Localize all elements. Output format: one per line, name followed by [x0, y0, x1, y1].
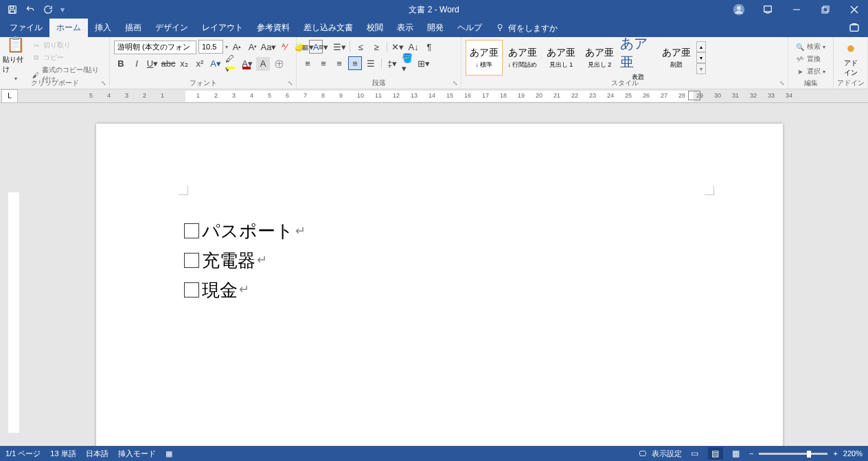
- style-heading1[interactable]: あア亜見出し 1: [542, 40, 580, 76]
- asian-layout-icon[interactable]: ✕▾: [391, 40, 404, 54]
- phonetic-guide-icon[interactable]: ᴬ⁄: [277, 40, 291, 54]
- style-nospacing[interactable]: あア亜↓ 行間詰め: [504, 40, 541, 76]
- checkbox-icon: [184, 282, 199, 297]
- tab-mailings[interactable]: 差し込み文書: [297, 19, 360, 37]
- ruler-corner[interactable]: L: [1, 89, 18, 103]
- svg-rect-1: [10, 6, 14, 9]
- horizontal-ruler[interactable]: L 5,4,3,2,1,,1,2,3,4,5,6,7,8,9,10,11,12,…: [0, 89, 868, 103]
- tab-review[interactable]: 校閲: [360, 19, 390, 37]
- font-name-input[interactable]: [114, 40, 196, 54]
- tab-file[interactable]: ファイル: [3, 19, 49, 37]
- shading-icon[interactable]: 🪣▾: [401, 56, 415, 70]
- tell-me-box[interactable]: 何をしますか: [489, 20, 564, 37]
- text-effects-icon[interactable]: A▾: [209, 57, 222, 71]
- save-icon[interactable]: [7, 4, 18, 15]
- superscript-icon[interactable]: x²: [193, 57, 207, 71]
- numbering-icon[interactable]: ≡▾: [317, 40, 330, 54]
- bullets-icon[interactable]: ≣▾: [301, 40, 315, 54]
- highlight-icon[interactable]: 🖊▾: [225, 57, 238, 71]
- redo-icon[interactable]: [43, 4, 54, 15]
- style-gallery-spinner[interactable]: ▴▾▿: [696, 41, 706, 74]
- document-area[interactable]: パスポート↵ 充電器↵ 現金↵: [0, 103, 868, 446]
- show-marks-icon[interactable]: ¶: [422, 40, 436, 54]
- paste-button[interactable]: 📋 貼り付け ▾: [3, 38, 29, 78]
- status-words[interactable]: 13 単語: [50, 449, 76, 459]
- display-settings-icon[interactable]: 🖵: [639, 449, 646, 458]
- borders-icon[interactable]: ⊞▾: [417, 56, 431, 70]
- tab-developer[interactable]: 開発: [420, 19, 450, 37]
- underline-icon[interactable]: U▾: [146, 57, 159, 71]
- tab-home[interactable]: ホーム: [49, 19, 88, 37]
- document-body[interactable]: パスポート↵ 充電器↵ 現金↵: [184, 216, 306, 305]
- view-web-icon[interactable]: ▦: [729, 447, 744, 460]
- tab-references[interactable]: 参考資料: [250, 19, 297, 37]
- style-heading2[interactable]: あア亜見出し 2: [581, 40, 618, 76]
- view-print-icon[interactable]: ▤: [708, 447, 723, 460]
- maximize-button[interactable]: [812, 0, 839, 19]
- collapse-ribbon-icon[interactable]: ˆ: [861, 451, 864, 460]
- close-button[interactable]: [841, 0, 868, 19]
- zoom-out-icon[interactable]: −: [749, 449, 753, 458]
- font-size-input[interactable]: [198, 40, 223, 54]
- font-color-icon[interactable]: A▾: [240, 57, 254, 71]
- char-shading-icon[interactable]: A: [256, 57, 270, 71]
- increase-indent-icon[interactable]: ≥: [369, 40, 383, 54]
- sort-icon[interactable]: A↓: [407, 40, 420, 54]
- zoom-level[interactable]: 220%: [843, 449, 863, 458]
- tab-insert[interactable]: 挿入: [88, 19, 118, 37]
- svg-rect-12: [850, 25, 858, 31]
- align-center-icon[interactable]: ≡: [317, 56, 330, 70]
- change-case-icon[interactable]: Aa▾: [262, 40, 275, 54]
- ribbon-options-icon[interactable]: [754, 0, 781, 19]
- replace-button[interactable]: ᵃ⁄ᵇ置換: [794, 54, 827, 65]
- distribute-icon[interactable]: ☰: [364, 56, 378, 70]
- cut-button[interactable]: ✂切り取り: [30, 40, 106, 51]
- find-button[interactable]: 🔍検索▾: [794, 41, 827, 52]
- tab-help[interactable]: ヘルプ: [450, 19, 489, 37]
- strikethrough-icon[interactable]: abc: [161, 57, 175, 71]
- line-spacing-icon[interactable]: ‡▾: [385, 56, 399, 70]
- tab-view[interactable]: 表示: [390, 19, 420, 37]
- style-title[interactable]: あア亜表題: [619, 40, 656, 76]
- styles-dialog-launcher[interactable]: ⤡: [778, 79, 786, 87]
- ruler-tick: 12: [393, 92, 400, 99]
- clipboard-dialog-launcher[interactable]: ⤡: [100, 79, 108, 87]
- zoom-in-icon[interactable]: +: [833, 449, 837, 458]
- status-mode[interactable]: 挿入モード: [118, 449, 156, 459]
- char-border-icon[interactable]: ㊉: [272, 57, 286, 71]
- align-left-icon[interactable]: ≡: [301, 56, 315, 70]
- decrease-indent-icon[interactable]: ≤: [354, 40, 367, 54]
- select-button[interactable]: ➤選択▾: [794, 66, 827, 77]
- shrink-font-icon[interactable]: A▾: [246, 40, 260, 54]
- font-dialog-launcher[interactable]: ⤡: [286, 79, 295, 87]
- account-icon[interactable]: [725, 0, 753, 19]
- tab-draw[interactable]: 描画: [118, 19, 148, 37]
- subscript-icon[interactable]: x₂: [177, 57, 191, 71]
- share-icon[interactable]: [849, 22, 860, 35]
- bold-icon[interactable]: B: [114, 57, 128, 71]
- undo-icon[interactable]: [25, 4, 36, 15]
- align-right-icon[interactable]: ≡: [332, 56, 346, 70]
- macro-icon[interactable]: ▦: [165, 449, 172, 458]
- copy-button[interactable]: ⧉コピー: [30, 52, 106, 63]
- display-settings-label[interactable]: 表示設定: [652, 449, 682, 459]
- status-language[interactable]: 日本語: [86, 449, 108, 459]
- tab-design[interactable]: デザイン: [148, 19, 195, 37]
- vertical-ruler[interactable]: [8, 103, 19, 446]
- minimize-button[interactable]: [783, 0, 810, 19]
- paragraph-dialog-launcher[interactable]: ⤡: [451, 79, 459, 87]
- status-page[interactable]: 1/1 ページ: [5, 449, 41, 459]
- style-subtitle[interactable]: あア亜副題: [658, 40, 695, 76]
- italic-icon[interactable]: I: [130, 57, 144, 71]
- tab-layout[interactable]: レイアウト: [195, 19, 250, 37]
- grow-font-icon[interactable]: A▴: [230, 40, 244, 54]
- view-read-icon[interactable]: ▭: [687, 447, 703, 460]
- multilevel-list-icon[interactable]: ☰▾: [332, 40, 346, 54]
- ruler-tick: 5: [89, 92, 93, 99]
- status-bar: 1/1 ページ 13 単語 日本語 挿入モード ▦ 🖵 表示設定 ▭ ▤ ▦ −…: [0, 446, 868, 461]
- svg-point-11: [498, 25, 502, 29]
- zoom-slider[interactable]: [759, 453, 827, 455]
- addins-button[interactable]: ● アド イン: [836, 38, 865, 78]
- style-normal[interactable]: あア亜↓ 標準: [466, 40, 503, 76]
- justify-icon[interactable]: ≡: [348, 56, 362, 70]
